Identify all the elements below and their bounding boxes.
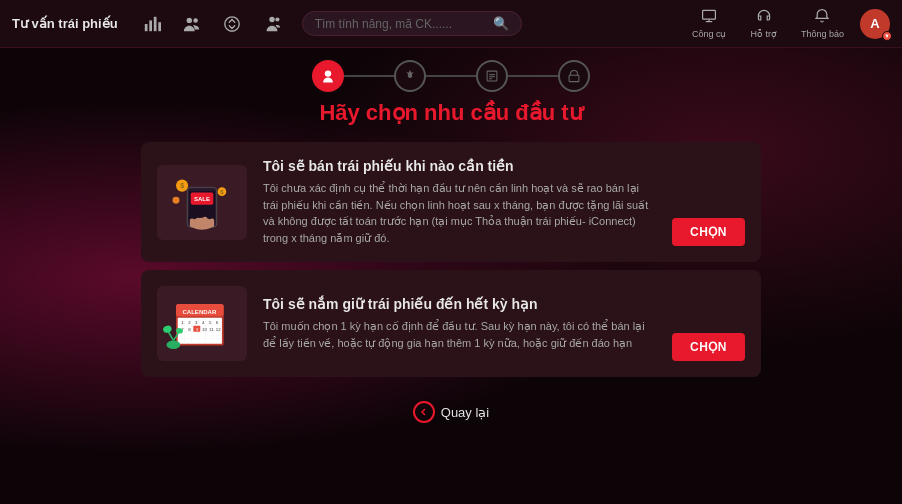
svg-text:12: 12 [216, 327, 221, 332]
card-2-title: Tôi sẽ nắm giữ trái phiếu đến hết kỳ hạn [263, 296, 656, 312]
svg-rect-9 [703, 10, 716, 19]
stepper [312, 60, 590, 92]
card-2-action: CHỌN [672, 286, 745, 361]
chart-bar-icon[interactable] [134, 6, 170, 42]
group-people-icon[interactable] [254, 6, 290, 42]
avatar[interactable]: A ▼ [860, 9, 890, 39]
brand-label: Tư vấn trái phiếu [12, 16, 118, 31]
svg-text:11: 11 [209, 327, 214, 332]
svg-point-4 [186, 17, 191, 22]
card-1-image: SALE $ $ [157, 165, 247, 240]
svg-text:10: 10 [202, 327, 207, 332]
step-line-1 [344, 75, 394, 77]
people-icon[interactable] [174, 6, 210, 42]
card-2-desc: Tôi muốn chọn 1 kỳ hạn cố định để đầu tư… [263, 318, 656, 351]
svg-rect-0 [144, 24, 147, 31]
card-2: CALENDAR 1 2 3 4 5 [141, 270, 761, 377]
step-line-3 [508, 75, 558, 77]
step-1 [312, 60, 344, 92]
svg-text:SALE: SALE [194, 196, 210, 202]
tool-item[interactable]: Công cụ [684, 6, 735, 41]
card-1-action: CHỌN [672, 158, 745, 246]
search-bar[interactable]: 🔍 [302, 11, 522, 36]
navbar-right: Công cụ Hỗ trợ Thông báo A ▼ [684, 6, 890, 41]
tool-label: Công cụ [692, 29, 727, 39]
svg-rect-14 [487, 71, 497, 81]
search-icon: 🔍 [493, 16, 509, 31]
card-2-image: CALENDAR 1 2 3 4 5 [157, 286, 247, 361]
card-1-desc: Tôi chưa xác định cụ thể thời hạn đầu tư… [263, 180, 656, 246]
svg-rect-18 [569, 75, 579, 81]
headphone-icon [756, 8, 772, 28]
svg-rect-32 [210, 218, 214, 227]
bell-icon [814, 8, 830, 28]
card-1-content: Tôi sẽ bán trái phiếu khi nào cần tiền T… [263, 158, 656, 246]
card-2-content: Tôi sẽ nắm giữ trái phiếu đến hết kỳ hạn… [263, 296, 656, 351]
back-label: Quay lại [441, 405, 489, 420]
svg-rect-30 [196, 217, 200, 227]
support-item[interactable]: Hỗ trợ [742, 6, 785, 41]
card-1: SALE $ $ Tôi sẽ bán trái phiếu khi nào [141, 142, 761, 262]
svg-rect-3 [158, 22, 161, 31]
search-input[interactable] [315, 17, 489, 31]
svg-rect-31 [203, 216, 207, 226]
step-3 [476, 60, 508, 92]
svg-point-7 [269, 16, 274, 21]
transfer-icon[interactable] [214, 6, 250, 42]
svg-point-5 [193, 18, 198, 23]
svg-text:$: $ [180, 182, 184, 190]
card-2-chon-button[interactable]: CHỌN [672, 333, 745, 361]
avatar-badge: ▼ [882, 31, 892, 41]
svg-point-58 [166, 340, 180, 349]
svg-point-59 [162, 324, 173, 333]
main-content: Hãy chọn nhu cầu đầu tư SALE $ $ [0, 48, 902, 389]
svg-point-8 [275, 17, 279, 21]
svg-point-27 [173, 196, 180, 203]
svg-rect-29 [190, 218, 194, 227]
step-4 [558, 60, 590, 92]
back-circle-icon [413, 401, 435, 423]
cards-container: SALE $ $ Tôi sẽ bán trái phiếu khi nào [141, 142, 761, 377]
step-2 [394, 60, 426, 92]
card-1-chon-button[interactable]: CHỌN [672, 218, 745, 246]
avatar-letter: A [870, 16, 879, 31]
card-1-title: Tôi sẽ bán trái phiếu khi nào cần tiền [263, 158, 656, 174]
nav-icon-group [134, 6, 290, 42]
svg-text:CALENDAR: CALENDAR [182, 309, 217, 315]
notification-item[interactable]: Thông báo [793, 6, 852, 41]
step-line-2 [426, 75, 476, 77]
back-button[interactable]: Quay lại [0, 401, 902, 423]
tool-icon [701, 8, 717, 28]
notification-label: Thông báo [801, 29, 844, 39]
page-heading: Hãy chọn nhu cầu đầu tư [319, 100, 582, 126]
navbar: Tư vấn trái phiếu 🔍 Công cụ Hỗ [0, 0, 902, 48]
svg-point-12 [325, 70, 331, 76]
svg-rect-1 [149, 20, 152, 31]
support-label: Hỗ trợ [750, 29, 777, 39]
svg-rect-2 [153, 16, 156, 30]
